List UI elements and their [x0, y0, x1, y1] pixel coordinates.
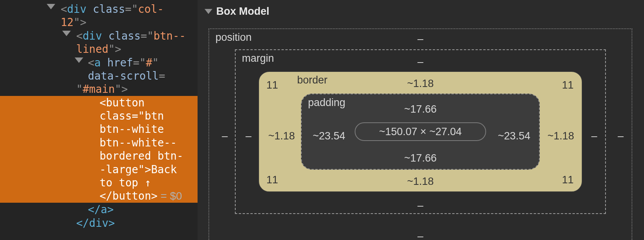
padding-left[interactable]: ~23.54 — [313, 130, 345, 142]
border-corner-tr[interactable]: 11 — [562, 79, 574, 91]
disclosure-triangle-icon[interactable] — [62, 31, 71, 36]
margin-bottom[interactable]: – — [417, 200, 423, 212]
border-top[interactable]: ~1.18 — [407, 78, 434, 90]
close-tag: </button> — [100, 190, 158, 202]
margin-right[interactable]: – — [591, 130, 597, 142]
box-model-diagram[interactable]: position – – – – margin – – – – border ~… — [205, 24, 636, 240]
attr-value[interactable]: btn-- — [154, 30, 186, 42]
border-bottom[interactable]: ~1.18 — [407, 176, 434, 188]
section-title: Box Model — [216, 5, 270, 17]
attr-value[interactable]: -large — [100, 163, 138, 176]
attr-value[interactable]: btn--white — [100, 123, 164, 135]
margin-left[interactable]: – — [245, 130, 251, 142]
disclosure-triangle-icon[interactable] — [47, 4, 55, 9]
attr-value[interactable]: btn--white-- — [100, 136, 177, 149]
margin-top[interactable]: – — [417, 56, 423, 68]
elements-panel[interactable]: <div class="col- 12"> <div class="btn-- … — [0, 0, 198, 240]
dom-close-a[interactable]: </a> — [0, 203, 198, 216]
dom-node-div-col12[interactable]: <div class="col- 12"> — [0, 2, 198, 29]
border-corner-bl[interactable]: 11 — [266, 174, 278, 186]
attr-value[interactable]: lined — [76, 43, 108, 55]
dom-node-a[interactable]: <a href="#" data-scroll= "#main"> — [0, 56, 198, 96]
box-model-content[interactable]: ~150.07 × ~27.04 — [355, 122, 486, 141]
text-node[interactable]: Back — [151, 163, 177, 176]
styles-panel: Box Model position – – – – margin – – – … — [198, 0, 644, 240]
attr-value[interactable]: btn — [145, 110, 164, 122]
position-bottom[interactable]: – — [417, 230, 423, 240]
border-right[interactable]: ~1.18 — [548, 130, 574, 142]
position-top[interactable]: – — [417, 33, 423, 45]
dom-node-button-selected[interactable]: <button class="btn btn--white btn--white… — [0, 96, 198, 203]
attr-value[interactable]: #main — [83, 83, 115, 95]
padding-bottom[interactable]: ~17.66 — [404, 152, 436, 164]
attr-value[interactable]: col- — [138, 3, 164, 15]
border-corner-tl[interactable]: 11 — [266, 79, 278, 91]
position-left[interactable]: – — [222, 130, 228, 142]
padding-right[interactable]: ~23.54 — [498, 130, 530, 142]
attr-value[interactable]: # — [146, 56, 152, 69]
attr-value[interactable]: 12 — [61, 16, 74, 28]
disclosure-triangle-icon[interactable] — [205, 9, 212, 14]
box-model-section-header[interactable]: Box Model — [205, 5, 644, 17]
dom-node-div-btnlined[interactable]: <div class="btn-- lined"> — [0, 29, 198, 56]
dom-close-div[interactable]: </div> — [0, 216, 198, 230]
padding-top[interactable]: ~17.66 — [404, 103, 436, 115]
console-ref: = $0 — [158, 190, 182, 202]
content-dimensions[interactable]: ~150.07 × ~27.04 — [355, 123, 485, 140]
position-right[interactable]: – — [618, 130, 623, 142]
border-corner-br[interactable]: 11 — [562, 174, 574, 186]
devtools-root: <div class="col- 12"> <div class="btn-- … — [0, 0, 644, 240]
text-node[interactable]: to top ↑ — [100, 176, 151, 189]
attr-value[interactable]: bordered btn- — [100, 150, 183, 162]
disclosure-triangle-icon[interactable] — [75, 57, 83, 63]
border-left[interactable]: ~1.18 — [268, 130, 295, 142]
